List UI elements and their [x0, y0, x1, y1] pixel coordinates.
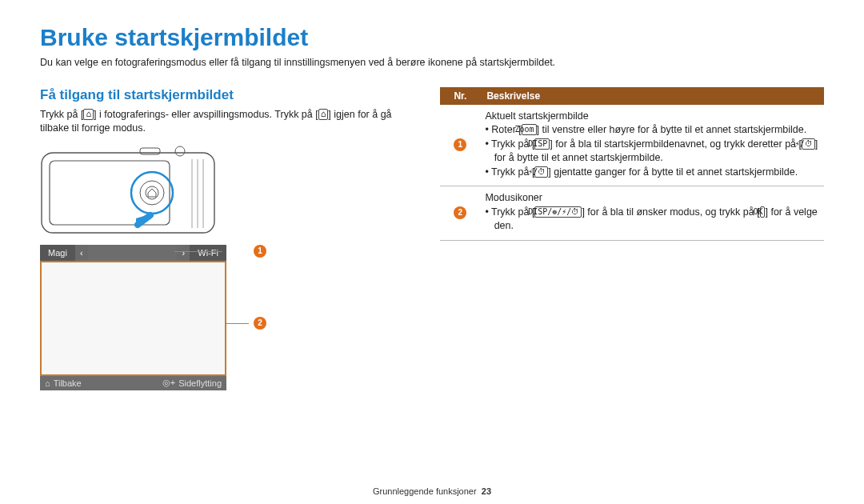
chevron-left-icon: ‹ — [75, 245, 88, 261]
callout-leader-line — [174, 251, 222, 252]
tab-left: Magi — [40, 245, 75, 261]
home-icon: ⌂ — [45, 378, 50, 388]
text-fragment: ] for å bla til startskjermbildenavnet, … — [550, 138, 802, 150]
screen-bottom-bar: ⌂ Tilbake ◎+ Sideflytting — [40, 376, 226, 390]
svg-point-8 — [140, 181, 164, 205]
move-label: Sideflytting — [178, 378, 222, 388]
row-num-badge: 1 — [454, 138, 466, 151]
disp-label: DISP — [534, 138, 550, 150]
right-column: Nr. Beskrivelse 1 Aktuelt startskjermbil… — [440, 87, 824, 390]
table-row: 2 Modusikoner • Trykk på [DISP/❁/⚡/⏱] fo… — [440, 186, 824, 241]
callout-num: 1 — [258, 246, 262, 255]
description-table: Nr. Beskrivelse 1 Aktuelt startskjermbil… — [440, 87, 824, 241]
manual-page: Bruke startskjermbildet Du kan velge en … — [0, 0, 864, 504]
screen-content-area — [40, 262, 226, 376]
page-footer: Grunnleggende funksjoner 23 — [0, 486, 864, 496]
table-header-num: Nr. — [440, 87, 480, 105]
bullet: • Trykk på [DISP] for å bla til startskj… — [485, 138, 819, 166]
bullet: • Trykk på [DISP/❁/⚡/⏱] for å bla til øn… — [485, 206, 819, 234]
callout-leader-line — [226, 323, 249, 324]
home-icon: ⌂ — [318, 109, 329, 120]
svg-point-7 — [131, 172, 173, 214]
footer-section: Grunnleggende funksjoner — [373, 486, 477, 496]
home-icon: ⌂ — [83, 109, 94, 120]
callout-badge-1: 1 — [254, 245, 266, 258]
tab-right: Wi-Fi — [190, 245, 226, 261]
zoom-plus-icon: ◎+ — [162, 378, 175, 388]
svg-point-6 — [175, 146, 185, 156]
back-label: Tilbake — [54, 378, 82, 388]
section-heading: Få tilgang til startskjermbildet — [40, 87, 416, 103]
section-paragraph: Trykk på [⌂] i fotograferings- eller avs… — [40, 108, 416, 135]
table-row: 1 Aktuelt startskjermbilde • Roter [Zoom… — [440, 105, 824, 186]
row-title: Modusikoner — [485, 191, 819, 206]
footer-page: 23 — [482, 486, 491, 496]
bullet: • Roter [Zoom] til venstre eller høyre f… — [485, 123, 819, 138]
callout-num: 2 — [258, 318, 262, 327]
row-desc: Modusikoner • Trykk på [DISP/❁/⚡/⏱] for … — [480, 186, 824, 241]
zoom-label: Zoom — [522, 124, 537, 135]
row-desc: Aktuelt startskjermbilde • Roter [Zoom] … — [480, 105, 824, 186]
page-title: Bruke startskjermbildet — [40, 24, 824, 51]
row-num-badge: 2 — [454, 206, 466, 219]
table-header-desc: Beskrivelse — [480, 87, 824, 105]
svg-rect-0 — [42, 153, 214, 233]
text-fragment: ] for å bla til ønsker modus, og trykk p… — [582, 206, 759, 218]
callout-badge-2: 2 — [254, 317, 266, 330]
screen-top-bar: Magi ‹ › Wi-Fi — [40, 245, 226, 262]
text-fragment: ] til venstre eller høyre for å bytte ti… — [537, 124, 807, 135]
left-column: Få tilgang til startskjermbildet Trykk p… — [40, 87, 416, 390]
text-fragment: ] gjentatte ganger for å bytte til et an… — [548, 166, 798, 178]
screen-mockup: Magi ‹ › Wi-Fi ⌂ Tilbake ◎+ Sideflytting… — [40, 245, 226, 390]
bullet: • Trykk på [⚡/⏱] gjentatte ganger for å … — [485, 166, 819, 180]
camera-illustration — [40, 145, 216, 237]
flash-timer-icon: ⚡/⏱ — [802, 138, 815, 150]
screen-title-gap — [88, 245, 178, 261]
ok-label: OK — [760, 206, 766, 218]
two-column-layout: Få tilgang til startskjermbildet Trykk p… — [40, 87, 824, 390]
para-fragment: ] i fotograferings- eller avspillingsmod… — [94, 109, 318, 120]
intro-text: Du kan velge en fotograferingsmodus elle… — [40, 56, 824, 70]
chevron-right-icon: › — [177, 245, 190, 261]
para-fragment: Trykk på [ — [40, 109, 83, 120]
flash-timer-icon: ⚡/⏱ — [534, 166, 548, 178]
nav-icons: DISP/❁/⚡/⏱ — [534, 206, 582, 218]
row-title: Aktuelt startskjermbilde — [485, 110, 819, 124]
svg-rect-5 — [140, 148, 160, 154]
